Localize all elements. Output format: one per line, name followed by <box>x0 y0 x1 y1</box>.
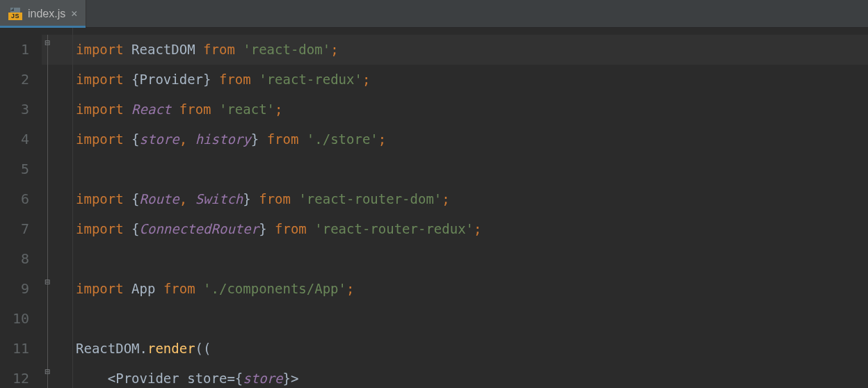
line-number: 2 <box>0 65 42 95</box>
line-number: 1 <box>0 35 42 65</box>
code-line[interactable]: import App from './components/App'; <box>76 274 868 304</box>
code-line[interactable] <box>76 244 868 274</box>
line-number: 8 <box>0 244 42 274</box>
line-number: 5 <box>0 154 42 184</box>
tab-filename: index.js <box>28 8 65 20</box>
fold-handle-icon[interactable]: ⊟ <box>43 277 52 286</box>
code-line[interactable]: import {Provider} from 'react-redux'; <box>76 65 868 95</box>
code-line[interactable]: import ReactDOM from 'react-dom'; <box>76 35 868 65</box>
line-number: 3 <box>0 95 42 124</box>
line-number: 9 <box>0 274 42 304</box>
close-icon[interactable]: ✕ <box>71 8 77 19</box>
fold-handle-icon[interactable]: ⊟ <box>43 38 52 47</box>
code-line[interactable]: import {Route, Switch} from 'react-route… <box>76 184 868 214</box>
fold-column: ⊟ ⊟ ⊟ <box>42 28 73 388</box>
line-number: 10 <box>0 304 42 334</box>
js-file-icon: JS <box>8 8 22 20</box>
tab-bar: JS index.js ✕ <box>0 0 868 28</box>
fold-handle-icon[interactable]: ⊟ <box>43 367 52 376</box>
code-line[interactable] <box>76 304 868 334</box>
code-line[interactable]: import React from 'react'; <box>76 95 868 124</box>
line-number: 12 <box>0 364 42 388</box>
line-number-gutter: 1 2 3 4 5 6 7 8 9 10 11 12 <box>0 28 42 388</box>
line-number: 6 <box>0 184 42 214</box>
line-number: 7 <box>0 214 42 244</box>
line-number: 4 <box>0 124 42 154</box>
code-area[interactable]: import ReactDOM from 'react-dom'; import… <box>73 28 868 388</box>
file-tab[interactable]: JS index.js ✕ <box>0 0 86 27</box>
code-line[interactable]: import {store, history} from './store'; <box>76 124 868 154</box>
line-number: 11 <box>0 334 42 364</box>
code-line[interactable] <box>76 154 868 184</box>
code-line[interactable]: <Provider store={store}> <box>76 364 868 388</box>
code-line[interactable]: ReactDOM.render(( <box>76 334 868 364</box>
code-editor[interactable]: 1 2 3 4 5 6 7 8 9 10 11 12 ⊟ ⊟ ⊟ import … <box>0 28 868 388</box>
code-line[interactable]: import {ConnectedRouter} from 'react-rou… <box>76 214 868 244</box>
